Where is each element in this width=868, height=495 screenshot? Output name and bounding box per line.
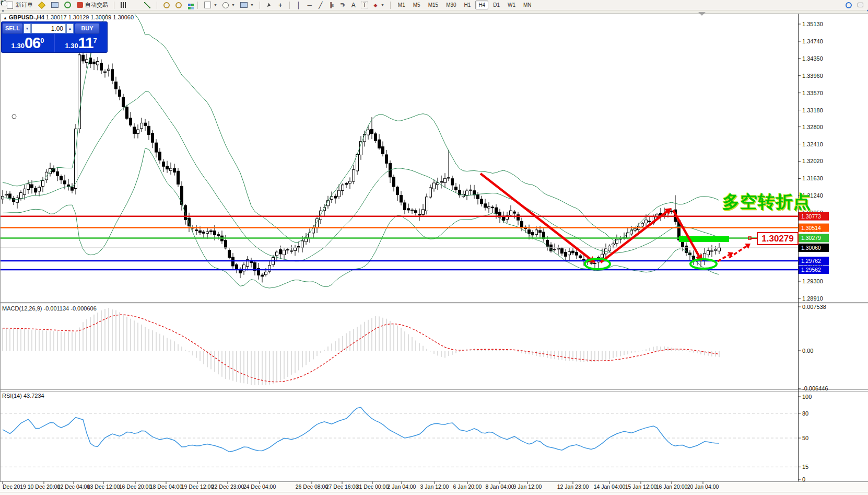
candle — [353, 170, 355, 181]
sell-price-base: 1.30 — [11, 42, 25, 50]
candle — [16, 198, 19, 202]
sell-price[interactable]: 1.30 06 0 — [2, 34, 55, 52]
candle — [283, 250, 286, 255]
candle — [671, 212, 673, 212]
vertical-line-button[interactable]: │ — [294, 1, 303, 9]
rsi-scale-label: 0 — [802, 476, 805, 482]
candle — [228, 250, 231, 258]
candle — [130, 118, 132, 125]
candle — [115, 82, 118, 89]
candle — [78, 55, 81, 129]
candle — [455, 187, 458, 190]
line-chart-button[interactable] — [142, 1, 153, 9]
candle — [371, 130, 373, 134]
vertical-line-button-glyph: │ — [296, 2, 302, 9]
candle — [554, 249, 556, 250]
fibonacci-button[interactable]: ≡F — [338, 1, 347, 10]
ellipse-object[interactable] — [12, 114, 16, 119]
horizontal-line-button[interactable]: ─ — [305, 1, 314, 9]
turning-point-annotation[interactable]: 多空转折点 — [722, 190, 811, 214]
candlestick-chart-button[interactable] — [130, 1, 140, 9]
time-axis-label: 12 Jan 23:00 — [557, 484, 589, 490]
periods-button[interactable]: ▼ — [220, 1, 237, 9]
auto-trading-button[interactable]: 自动交易 — [75, 1, 110, 9]
candle — [484, 204, 487, 208]
timeframe-button-m1[interactable]: M1 — [395, 1, 408, 9]
candle — [261, 275, 264, 277]
community-icon[interactable] — [855, 1, 866, 9]
timeframe-button-w1[interactable]: W1 — [505, 1, 519, 9]
candle — [287, 250, 289, 250]
candle — [557, 248, 560, 249]
candle — [568, 252, 571, 255]
timeframe-button-h4[interactable]: H4 — [475, 1, 488, 9]
profiles-button[interactable] — [49, 1, 61, 9]
price-callout-label[interactable]: 1.30279 — [757, 232, 799, 245]
templates-button[interactable]: ▼ — [238, 1, 255, 9]
timeframe-button-mn[interactable]: MN — [520, 1, 535, 9]
community-icon-glyph — [858, 3, 863, 7]
price-axis-label: 1.34740 — [802, 38, 823, 44]
toolbar-group: │─╱∥E≡FAT◆▼ — [292, 1, 388, 10]
timeframe-button-m15[interactable]: M15 — [425, 1, 441, 9]
new-order-button[interactable]: 新订单 — [4, 1, 34, 9]
candle — [268, 266, 271, 271]
candle — [561, 249, 564, 254]
timeframe-button-d1[interactable]: D1 — [490, 1, 503, 9]
label-button[interactable]: T — [360, 1, 369, 9]
chart-window-button[interactable] — [36, 1, 48, 9]
volume-decrease-spinner[interactable]: ▼ — [24, 24, 31, 33]
trendline-button[interactable]: ╱ — [316, 1, 325, 9]
time-axis-label: 12 Dec 04:00 — [57, 484, 90, 490]
volume-input[interactable]: 1.00 — [31, 24, 66, 33]
crosshair-button-glyph: + — [277, 2, 284, 9]
candle — [608, 246, 611, 251]
time-axis-label: 19 Dec 12:00 — [181, 484, 214, 490]
sell-button[interactable]: SELL — [2, 23, 23, 34]
cursor-button[interactable] — [264, 1, 274, 9]
indicators-button-glyph — [204, 2, 211, 8]
channel-button[interactable]: ∥E — [327, 1, 336, 10]
collapse-triangle-icon[interactable]: ▲ — [3, 16, 7, 20]
chart-canvas[interactable]: 1.351301.347401.343501.339601.335701.331… — [0, 0, 868, 495]
timeframe-button-h1[interactable]: H1 — [461, 1, 474, 9]
buy-button[interactable]: BUY — [75, 23, 100, 34]
tile-windows-button[interactable] — [185, 2, 193, 8]
candle — [236, 264, 238, 270]
crosshair-button[interactable]: + — [276, 1, 285, 9]
candle — [510, 211, 512, 215]
text-button[interactable]: A — [349, 1, 358, 9]
time-axis-label: 10 Dec 20:00 — [28, 484, 61, 490]
timeframe-button-m30[interactable]: M30 — [443, 1, 459, 9]
indicators-button[interactable]: ▼ — [202, 1, 219, 9]
arrows-button[interactable]: ◆▼ — [371, 1, 386, 9]
candle — [411, 210, 414, 211]
zoom-out-button[interactable] — [173, 1, 184, 9]
candle — [338, 190, 341, 197]
rsi-scale-label: 50 — [802, 435, 808, 441]
candle — [119, 90, 121, 96]
timeframe-button-m5[interactable]: M5 — [410, 1, 424, 9]
volume-increase-spinner[interactable]: ▲ — [66, 24, 74, 33]
green-highlight-bar[interactable] — [679, 236, 729, 242]
toolbar-separator — [197, 2, 198, 9]
candle — [714, 249, 717, 250]
search-icon[interactable] — [843, 1, 854, 9]
candle — [199, 231, 202, 232]
time-axis-label: 26 Dec 08:00 — [296, 484, 329, 490]
candle — [75, 129, 77, 189]
price-axis-label: 1.34350 — [802, 55, 823, 62]
time-axis-label: 16 Jan 20:00 — [656, 484, 688, 490]
candle — [162, 162, 165, 167]
buy-price[interactable]: 1.30 11 7 — [55, 34, 107, 52]
signals-button[interactable] — [62, 1, 73, 9]
bar-chart-button[interactable] — [119, 1, 128, 9]
cursor-button-glyph — [267, 3, 271, 7]
candle — [433, 183, 436, 189]
zoom-in-button[interactable] — [161, 1, 172, 9]
toolbar-group: + — [262, 1, 287, 9]
candle — [133, 127, 136, 133]
candle — [418, 214, 421, 215]
tile-windows-button-glyph — [188, 4, 191, 6]
toolbar-group: 新订单自动交易 — [2, 1, 112, 9]
